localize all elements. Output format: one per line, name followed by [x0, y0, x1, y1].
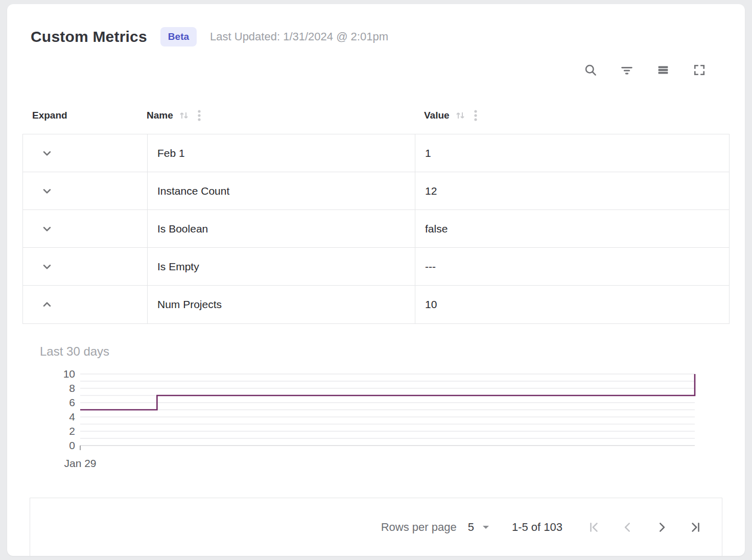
- header: Custom Metrics Beta Last Updated: 1/31/2…: [22, 24, 730, 50]
- expand-cell: [23, 210, 147, 247]
- y-axis-tick-label: 4: [69, 411, 75, 423]
- row-name-cell: Num Projects: [147, 286, 415, 323]
- filter-icon[interactable]: [619, 62, 635, 78]
- y-axis-tick-label: 8: [69, 382, 75, 394]
- row-value-cell: 10: [415, 286, 729, 323]
- expand-row-button[interactable]: [38, 296, 56, 313]
- column-header-value[interactable]: Value: [414, 109, 730, 122]
- page-range-label: 1-5 of 103: [512, 521, 562, 534]
- y-axis-tick-label: 2: [69, 425, 75, 437]
- pagination-footer: Rows per page 5 1-5 of 103: [30, 498, 722, 556]
- expand-cell: [23, 248, 147, 285]
- row-value-cell: ---: [415, 248, 729, 285]
- column-header-name[interactable]: Name: [147, 109, 414, 122]
- search-icon[interactable]: [583, 62, 598, 78]
- row-value-cell: 1: [415, 134, 729, 172]
- row-value-cell: false: [415, 210, 729, 247]
- sort-icon[interactable]: [178, 109, 190, 122]
- chevron-up-icon: [40, 298, 54, 311]
- fullscreen-icon[interactable]: [692, 62, 707, 78]
- table-row: Is Boolean false: [23, 210, 729, 248]
- first-page-icon[interactable]: [583, 516, 605, 539]
- last-page-icon[interactable]: [684, 516, 707, 539]
- column-menu-icon[interactable]: [472, 109, 479, 122]
- row-name-cell: Feb 1: [147, 134, 415, 172]
- chart-title: Last 30 days: [22, 344, 730, 359]
- y-axis-tick-label: 0: [69, 439, 75, 451]
- row-name-cell: Is Boolean: [147, 210, 415, 247]
- column-header-expand: Expand: [22, 110, 147, 121]
- expand-row-button[interactable]: [38, 220, 56, 238]
- expand-cell: [23, 134, 147, 172]
- next-page-icon[interactable]: [650, 516, 673, 539]
- caret-down-icon: [482, 525, 489, 530]
- column-menu-icon[interactable]: [196, 109, 203, 122]
- expand-row-button[interactable]: [38, 145, 56, 162]
- toolbar: [22, 58, 730, 82]
- beta-badge: Beta: [160, 27, 197, 46]
- table-body: Feb 1 1 Instance Count 12: [22, 134, 730, 324]
- y-axis-tick-label: 10: [63, 368, 75, 380]
- expand-row-button[interactable]: [38, 182, 56, 200]
- row-detail-panel: Last 30 days 0246810Jan 29: [22, 324, 730, 471]
- table-row: Feb 1 1: [23, 134, 729, 172]
- step-line-chart: 0246810Jan 29: [22, 365, 730, 471]
- density-icon[interactable]: [655, 62, 671, 78]
- rows-per-page-select[interactable]: 5: [468, 521, 489, 534]
- prev-page-icon[interactable]: [617, 516, 639, 539]
- table-row: Instance Count 12: [23, 172, 729, 210]
- chevron-down-icon: [40, 260, 54, 273]
- chevron-down-icon: [40, 184, 54, 198]
- last-updated-text: Last Updated: 1/31/2024 @ 2:01pm: [210, 30, 388, 43]
- expand-cell: [23, 172, 147, 209]
- chevron-down-icon: [40, 222, 54, 236]
- row-name-cell: Is Empty: [147, 248, 415, 285]
- row-value-cell: 12: [415, 172, 729, 209]
- x-axis-tick-label: Jan 29: [64, 457, 96, 469]
- rows-per-page-label: Rows per page: [381, 521, 457, 534]
- chevron-down-icon: [40, 147, 54, 160]
- page-title: Custom Metrics: [22, 28, 147, 45]
- table-row: Is Empty ---: [23, 248, 729, 286]
- custom-metrics-card: Custom Metrics Beta Last Updated: 1/31/2…: [7, 4, 745, 556]
- expand-cell: [23, 286, 147, 323]
- table-row: Num Projects 10: [23, 286, 729, 323]
- y-axis-tick-label: 6: [69, 396, 75, 408]
- sort-icon[interactable]: [454, 109, 466, 122]
- row-name-cell: Instance Count: [147, 172, 415, 209]
- pager: [583, 516, 707, 539]
- table-header: Expand Name Value: [22, 97, 730, 134]
- expand-row-button[interactable]: [38, 258, 56, 275]
